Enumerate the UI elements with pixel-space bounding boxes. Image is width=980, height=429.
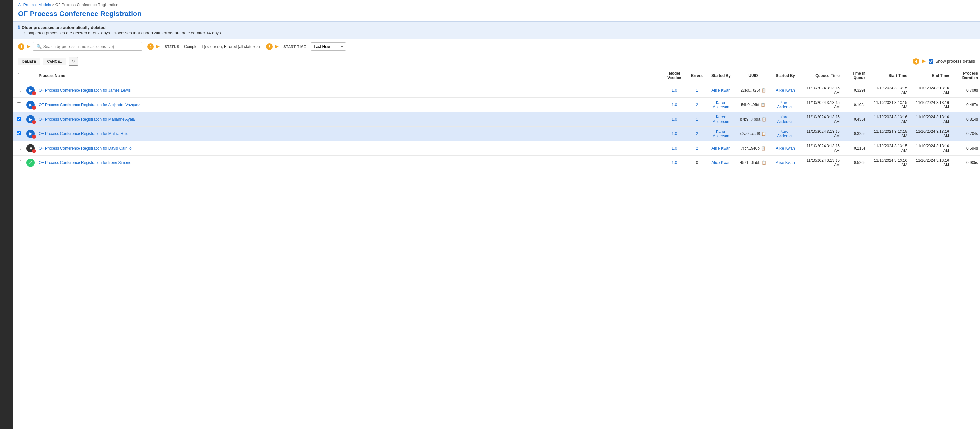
errors-link[interactable]: 2	[696, 146, 698, 151]
time-in-queue: 0.329s	[854, 88, 865, 93]
cancel-button[interactable]: CANCEL	[43, 57, 66, 65]
col-header-started-by-2: Started By	[771, 68, 800, 83]
model-version: 1.0	[672, 88, 677, 93]
started-by-2-link[interactable]: Karen Anderson	[777, 115, 793, 124]
start-time: 11/10/2024 3:13:15 AM	[874, 129, 907, 138]
time-in-queue: 0.215s	[854, 146, 865, 151]
uuid-value: 22e0...a25f	[740, 88, 760, 93]
table-row: ▶ ! OF Process Conference Registration f…	[13, 112, 980, 127]
started-by-2-link[interactable]: Alice Kwan	[776, 146, 795, 151]
end-time: 11/10/2024 3:13:16 AM	[916, 129, 949, 138]
process-duration: 0.594s	[966, 146, 978, 151]
row-checkbox-4[interactable]	[17, 146, 21, 150]
model-version: 1.0	[672, 117, 677, 122]
row-checkbox-2[interactable]	[17, 117, 21, 121]
model-version: 1.0	[672, 160, 677, 165]
uuid-value: b7b9...4bda	[740, 117, 760, 122]
show-details-area: 4 ► Show process details	[913, 58, 975, 65]
chevron-right-icon-3: ►	[274, 43, 280, 50]
process-name-link[interactable]: OF Process Conference Registration for D…	[38, 146, 132, 151]
copy-icon[interactable]: 📋	[762, 117, 766, 122]
status-filter: STATUS Completed (no errors), Errored (a…	[165, 44, 260, 49]
started-by-1-link[interactable]: Alice Kwan	[711, 88, 730, 93]
info-banner: ℹ Older processes are automatically dele…	[13, 21, 980, 39]
started-by-2-link[interactable]: Karen Anderson	[777, 100, 793, 109]
time-in-queue: 0.108s	[854, 103, 865, 107]
end-time: 11/10/2024 3:13:16 AM	[916, 144, 949, 153]
process-name-link[interactable]: OF Process Conference Registration for J…	[38, 88, 130, 93]
col-header-queued-time: Queued Time	[800, 68, 842, 83]
search-box: 🔍	[33, 42, 142, 51]
process-name-link[interactable]: OF Process Conference Registration for M…	[38, 132, 128, 136]
search-input[interactable]	[43, 44, 138, 49]
table-body: ▶ ! OF Process Conference Registration f…	[13, 83, 980, 170]
table-row: ▶ ! OF Process Conference Registration f…	[13, 127, 980, 141]
start-time: 11/10/2024 3:13:16 AM	[874, 115, 907, 124]
errors-link[interactable]: 2	[696, 103, 698, 107]
copy-icon[interactable]: 📋	[761, 146, 766, 151]
breadcrumb: All Process Models > OF Process Conferen…	[13, 0, 980, 8]
process-status-icon[interactable]: ▶ !	[26, 101, 35, 109]
errors-link[interactable]: 1	[696, 88, 698, 93]
filter-badge-3: 3	[266, 43, 272, 50]
col-header-checkbox	[13, 68, 24, 83]
process-status-icon[interactable]: ▶ !	[26, 130, 35, 138]
started-by-2-link[interactable]: Alice Kwan	[776, 88, 795, 93]
process-duration: 0.708s	[966, 88, 978, 93]
row-checkbox-5[interactable]	[17, 160, 21, 164]
process-status-icon[interactable]: ▶ !	[26, 86, 35, 95]
process-status-icon[interactable]: ▶ !	[26, 115, 35, 124]
process-duration: 0.704s	[966, 132, 978, 136]
started-by-1-link[interactable]: Alice Kwan	[711, 160, 730, 165]
start-time-label: START TIME	[283, 45, 309, 49]
queued-time: 11/10/2024 3:13:15 AM	[807, 129, 840, 138]
model-version: 1.0	[672, 132, 677, 136]
breadcrumb-parent-link[interactable]: All Process Models	[18, 3, 51, 7]
table-row: ✓OF Process Conference Registration for …	[13, 156, 980, 170]
select-all-checkbox[interactable]	[15, 73, 19, 77]
started-by-2-link[interactable]: Karen Anderson	[777, 129, 793, 138]
copy-icon[interactable]: 📋	[760, 103, 765, 107]
row-checkbox-1[interactable]	[17, 102, 21, 106]
started-by-1-link[interactable]: Alice Kwan	[711, 146, 730, 151]
process-name-link[interactable]: OF Process Conference Registration for I…	[38, 160, 131, 165]
delete-button[interactable]: DELETE	[18, 57, 40, 65]
refresh-button[interactable]: ↻	[68, 57, 78, 65]
start-time-select[interactable]: Last Hour Last 24 Hours Last 7 Days Last…	[311, 43, 346, 51]
status-value[interactable]: Completed (no errors), Errored (all stat…	[184, 44, 259, 49]
copy-icon[interactable]: 📋	[761, 132, 766, 136]
uuid-value: 7ccf...946b	[741, 146, 760, 151]
toolbar-row: DELETE CANCEL ↻ 4 ► Show process details	[13, 54, 980, 68]
errors-link[interactable]: 1	[696, 117, 698, 122]
filter-badge-2: 2	[147, 43, 154, 50]
filter-badge-1: 1	[18, 43, 24, 50]
started-by-2-link[interactable]: Alice Kwan	[776, 160, 795, 165]
process-name-link[interactable]: OF Process Conference Registration for M…	[38, 117, 135, 122]
process-table: Process Name ModelVersion Errors Started…	[13, 68, 980, 170]
model-version: 1.0	[672, 103, 677, 107]
copy-icon[interactable]: 📋	[762, 160, 766, 165]
col-header-uuid: UUID	[735, 68, 771, 83]
process-status-icon[interactable]: ■ !	[26, 144, 35, 153]
process-status-icon[interactable]: ✓	[26, 159, 35, 167]
chevron-right-icon-4: ►	[921, 58, 927, 65]
chevron-right-icon-1: ►	[26, 43, 32, 50]
errors-link[interactable]: 2	[696, 132, 698, 136]
table-row: ■ ! OF Process Conference Registration f…	[13, 141, 980, 156]
show-details-checkbox[interactable]	[929, 59, 933, 64]
row-checkbox-0[interactable]	[17, 88, 21, 92]
time-in-queue: 0.526s	[854, 160, 865, 165]
start-time: 11/10/2024 3:13:16 AM	[874, 158, 907, 167]
table-row: ▶ ! OF Process Conference Registration f…	[13, 83, 980, 98]
row-checkbox-3[interactable]	[17, 131, 21, 135]
started-by-1-link[interactable]: Karen Anderson	[713, 115, 729, 124]
table-row: ▶ ! OF Process Conference Registration f…	[13, 98, 980, 112]
filter-badge-4: 4	[913, 58, 919, 65]
col-header-icon	[24, 68, 37, 83]
process-name-link[interactable]: OF Process Conference Registration for A…	[38, 103, 140, 107]
queued-time: 11/10/2024 3:13:15 AM	[807, 158, 840, 167]
started-by-1-link[interactable]: Karen Anderson	[713, 100, 729, 109]
started-by-1-link[interactable]: Karen Anderson	[713, 129, 729, 138]
col-header-start-time: Start Time	[867, 68, 909, 83]
copy-icon[interactable]: 📋	[761, 88, 766, 93]
